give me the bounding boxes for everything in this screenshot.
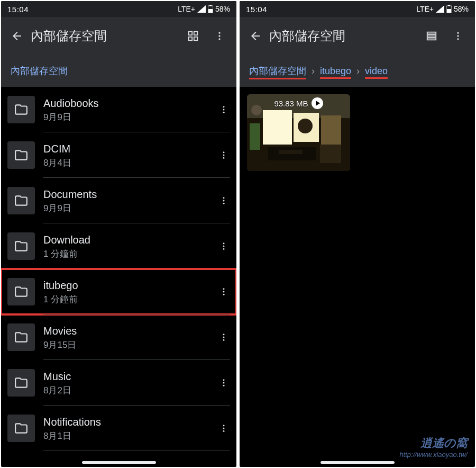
- folder-row[interactable]: Documents 9月9日: [1, 178, 236, 223]
- folder-row[interactable]: Notifications 8月1日: [1, 406, 236, 451]
- svg-point-13: [223, 151, 225, 153]
- svg-rect-6: [194, 37, 197, 40]
- breadcrumb: 內部儲存空間: [1, 55, 236, 87]
- svg-point-12: [223, 112, 225, 113]
- svg-point-26: [223, 337, 225, 338]
- folder-row[interactable]: itubego 1 分鐘前: [1, 269, 236, 314]
- svg-point-22: [223, 288, 225, 290]
- folder-icon: [7, 323, 35, 351]
- svg-point-11: [223, 109, 225, 111]
- folder-row[interactable]: Music 8月2日: [1, 360, 236, 406]
- folder-row[interactable]: Download 1 分鐘前: [1, 223, 236, 269]
- svg-point-20: [223, 246, 225, 247]
- folder-icon: [7, 96, 35, 123]
- svg-rect-52: [250, 123, 260, 150]
- video-grid: 93.83 MB: [240, 87, 475, 178]
- folder-row[interactable]: DCIM 8月4日: [1, 132, 236, 178]
- status-network: LTE+: [178, 5, 195, 13]
- svg-point-33: [223, 430, 225, 432]
- svg-rect-48: [321, 115, 341, 145]
- video-size: 93.83 MB: [274, 99, 308, 108]
- svg-point-42: [457, 38, 459, 40]
- svg-point-19: [223, 242, 225, 244]
- back-button[interactable]: [245, 28, 266, 44]
- view-grid-icon[interactable]: [185, 28, 202, 44]
- watermark: 逍遙の窩 http://www.xiaoyao.tw/: [399, 436, 468, 460]
- row-overflow-icon[interactable]: [215, 283, 232, 300]
- folder-info: Music 8月2日: [43, 370, 215, 397]
- row-overflow-icon[interactable]: [215, 192, 232, 209]
- folder-date: 1 分鐘前: [43, 293, 215, 305]
- svg-rect-5: [189, 37, 192, 40]
- svg-point-31: [223, 425, 225, 426]
- breadcrumb: 內部儲存空間 › itubego › video: [240, 55, 475, 87]
- svg-rect-2: [208, 9, 213, 13]
- divider: [43, 451, 230, 451]
- svg-point-21: [223, 248, 225, 250]
- folder-icon: [7, 187, 35, 214]
- back-button[interactable]: [6, 28, 28, 44]
- folder-row[interactable]: Audiobooks 9月9日: [1, 87, 236, 132]
- svg-point-7: [218, 32, 220, 34]
- svg-point-10: [223, 106, 225, 107]
- row-overflow-icon[interactable]: [215, 329, 232, 346]
- svg-rect-4: [194, 32, 197, 35]
- view-list-icon[interactable]: [423, 28, 440, 44]
- video-thumbnail[interactable]: 93.83 MB: [247, 94, 350, 171]
- folder-info: itubego 1 分鐘前: [43, 278, 215, 305]
- svg-point-15: [223, 157, 225, 159]
- status-network: LTE+: [416, 5, 434, 13]
- folder-name: Notifications: [43, 415, 215, 429]
- watermark-line2: http://www.xiaoyao.tw/: [399, 451, 468, 460]
- svg-point-25: [223, 334, 225, 335]
- svg-rect-53: [279, 150, 303, 154]
- folder-date: 8月1日: [43, 430, 215, 442]
- status-right: LTE+ 58%: [416, 5, 469, 13]
- folder-row[interactable]: Movies 9月15日: [1, 314, 236, 360]
- breadcrumb-item-0[interactable]: 內部儲存空間: [249, 65, 306, 77]
- svg-rect-39: [427, 38, 436, 40]
- svg-rect-35: [448, 5, 450, 6]
- row-overflow-icon[interactable]: [215, 101, 232, 118]
- svg-point-40: [457, 32, 459, 34]
- home-indicator[interactable]: [321, 461, 395, 464]
- svg-rect-45: [263, 110, 292, 145]
- row-overflow-icon[interactable]: [215, 147, 232, 164]
- folder-info: DCIM 8月4日: [43, 142, 215, 169]
- breadcrumb-item-2[interactable]: video: [365, 66, 388, 77]
- home-indicator[interactable]: [82, 461, 156, 464]
- status-battery: 58%: [215, 5, 230, 13]
- folder-name: itubego: [43, 278, 215, 292]
- overflow-menu-icon[interactable]: [211, 28, 228, 44]
- svg-point-17: [223, 200, 225, 202]
- status-time: 15:04: [246, 5, 267, 14]
- row-overflow-icon[interactable]: [215, 374, 232, 391]
- status-bar: 15:04 LTE+ 58%: [240, 1, 475, 17]
- folder-icon: [7, 369, 35, 397]
- status-bar: 15:04 LTE+ 58%: [1, 1, 236, 17]
- svg-point-8: [218, 35, 220, 37]
- signal-icon: [436, 5, 444, 13]
- breadcrumb-item-1[interactable]: itubego: [320, 66, 351, 77]
- breadcrumb-root[interactable]: 內部儲存空間: [11, 65, 68, 77]
- svg-point-16: [223, 197, 225, 199]
- overflow-menu-icon[interactable]: [450, 28, 466, 44]
- folder-name: DCIM: [43, 142, 215, 156]
- svg-point-14: [223, 155, 225, 156]
- folder-info: Audiobooks 9月9日: [43, 96, 215, 123]
- svg-point-30: [223, 385, 225, 386]
- svg-point-47: [298, 119, 313, 133]
- folder-date: 1 分鐘前: [43, 248, 215, 260]
- svg-point-32: [223, 428, 225, 429]
- svg-point-9: [218, 38, 220, 40]
- folder-date: 9月15日: [43, 339, 215, 351]
- svg-rect-36: [447, 9, 451, 13]
- play-icon: [312, 97, 323, 109]
- svg-point-29: [223, 382, 225, 384]
- row-overflow-icon[interactable]: [215, 238, 232, 255]
- svg-point-41: [457, 35, 459, 37]
- folder-date: 8月4日: [43, 157, 215, 169]
- row-overflow-icon[interactable]: [215, 420, 232, 437]
- folder-name: Movies: [43, 324, 215, 338]
- folder-info: Documents 9月9日: [43, 187, 215, 214]
